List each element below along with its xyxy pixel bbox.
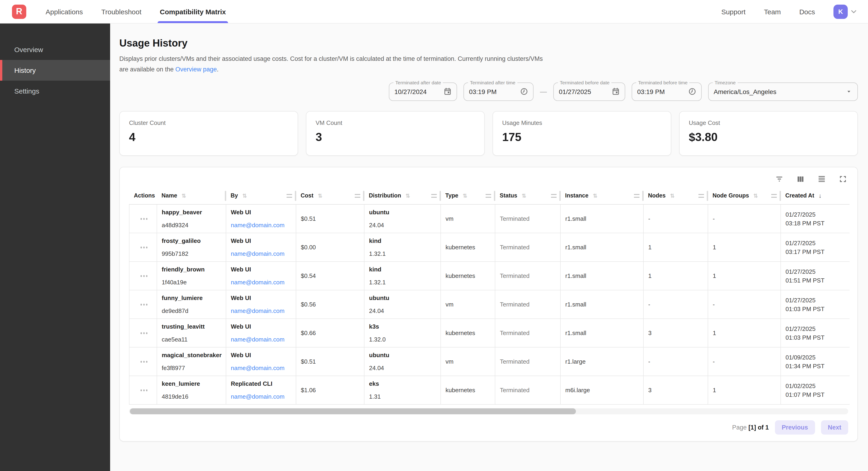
sort-icon[interactable]: ⇅ bbox=[522, 193, 526, 199]
column-drag-handle[interactable] bbox=[634, 194, 639, 198]
field-value[interactable]: 03:19 PM bbox=[469, 88, 517, 95]
timezone-select[interactable]: Timezone America/Los_Angeles bbox=[708, 83, 858, 101]
distribution-version: 24.04 bbox=[369, 221, 438, 230]
node-groups-cell: - bbox=[708, 205, 781, 233]
created-by-source: Replicated CLI bbox=[231, 380, 293, 388]
column-header-created-at[interactable]: Created At ↓ bbox=[781, 187, 849, 205]
replicated-logo[interactable]: R bbox=[12, 4, 26, 19]
team-link[interactable]: Team bbox=[764, 8, 781, 16]
field-label: Terminated before time bbox=[636, 80, 689, 85]
stat-card-usage-minutes: Usage Minutes 175 bbox=[493, 111, 671, 156]
account-menu[interactable]: K bbox=[833, 4, 858, 19]
created-by-email-link[interactable]: name@domain.com bbox=[231, 221, 293, 230]
overview-page-link[interactable]: Overview page bbox=[175, 66, 217, 73]
column-header-cost[interactable]: Cost ⇅ bbox=[296, 187, 364, 205]
created-by-email-link[interactable]: name@domain.com bbox=[231, 364, 293, 373]
cluster-name: frosty_galileo bbox=[162, 237, 223, 245]
column-drag-handle[interactable] bbox=[551, 194, 556, 198]
terminated-after-date-field[interactable]: Terminated after date 10/27/2024 bbox=[389, 83, 457, 101]
column-drag-handle[interactable] bbox=[698, 194, 704, 198]
terminated-before-time-field[interactable]: Terminated before time 03:19 PM bbox=[632, 83, 702, 101]
sort-icon[interactable]: ⇅ bbox=[182, 193, 186, 199]
calendar-icon[interactable] bbox=[612, 88, 620, 96]
sort-desc-icon[interactable]: ↓ bbox=[818, 192, 822, 199]
sort-icon[interactable]: ⇅ bbox=[242, 193, 247, 199]
column-header-nodes[interactable]: Nodes ⇅ bbox=[643, 187, 708, 205]
calendar-icon[interactable] bbox=[444, 88, 452, 96]
created-by-email-link[interactable]: name@domain.com bbox=[231, 249, 293, 258]
row-actions-button[interactable] bbox=[139, 301, 150, 308]
fullscreen-button[interactable] bbox=[838, 175, 847, 183]
created-at-cell: 01/02/202501:07 PM PST bbox=[781, 376, 849, 405]
sort-icon[interactable]: ⇅ bbox=[753, 193, 758, 199]
column-header-by[interactable]: By ⇅ bbox=[226, 187, 296, 205]
created-by-email-link[interactable]: name@domain.com bbox=[231, 278, 293, 287]
row-actions-button[interactable] bbox=[139, 358, 150, 365]
column-header-name[interactable]: Name ⇅ bbox=[157, 187, 226, 205]
sidebar-item-overview[interactable]: Overview bbox=[0, 39, 110, 60]
tab-compatibility-matrix[interactable]: Compatibility Matrix bbox=[160, 0, 226, 23]
created-by-source: Web UI bbox=[231, 237, 293, 245]
stat-card-cluster-count: Cluster Count 4 bbox=[119, 111, 298, 156]
tab-troubleshoot[interactable]: Troubleshoot bbox=[101, 0, 142, 23]
row-actions-button[interactable] bbox=[139, 272, 150, 279]
created-at-cell: 01/27/202501:03 PM PST bbox=[781, 319, 849, 348]
field-value[interactable]: 03:19 PM bbox=[637, 88, 685, 95]
previous-page-button[interactable]: Previous bbox=[775, 420, 815, 435]
row-actions-button[interactable] bbox=[139, 244, 150, 251]
terminated-after-time-field[interactable]: Terminated after time 03:19 PM bbox=[464, 83, 533, 101]
created-at-cell: 01/27/202501:51 PM PST bbox=[781, 262, 849, 290]
column-header-instance[interactable]: Instance ⇅ bbox=[560, 187, 643, 205]
terminated-before-date-field[interactable]: Terminated before date 01/27/2025 bbox=[553, 83, 625, 101]
dropdown-arrow-icon[interactable] bbox=[845, 88, 852, 95]
columns-button[interactable] bbox=[796, 175, 805, 183]
column-drag-handle[interactable] bbox=[485, 194, 491, 198]
created-by-email-link[interactable]: name@domain.com bbox=[231, 335, 293, 344]
horizontal-scrollbar[interactable] bbox=[129, 409, 848, 415]
sort-icon[interactable]: ⇅ bbox=[593, 193, 597, 199]
cluster-name: trusting_leavitt bbox=[162, 322, 223, 331]
cluster-name: keen_lumiere bbox=[162, 380, 223, 388]
docs-link[interactable]: Docs bbox=[799, 8, 815, 16]
clock-icon[interactable] bbox=[688, 88, 696, 96]
density-button[interactable] bbox=[817, 175, 826, 183]
status-cell: Terminated bbox=[495, 290, 560, 319]
tab-applications[interactable]: Applications bbox=[45, 0, 83, 23]
sort-icon[interactable]: ⇅ bbox=[463, 193, 467, 199]
next-page-button[interactable]: Next bbox=[821, 420, 848, 435]
created-by-email-link[interactable]: name@domain.com bbox=[231, 307, 293, 316]
field-value[interactable]: 10/27/2024 bbox=[394, 88, 440, 95]
name-cell: magical_stonebrakerfe3f8977 bbox=[157, 348, 226, 376]
filter-button[interactable] bbox=[775, 175, 784, 183]
column-header-distribution[interactable]: Distribution ⇅ bbox=[364, 187, 441, 205]
field-value[interactable]: America/Los_Angeles bbox=[714, 88, 842, 95]
column-drag-handle[interactable] bbox=[431, 194, 437, 198]
field-value[interactable]: 01/27/2025 bbox=[559, 88, 608, 95]
sort-icon[interactable]: ⇅ bbox=[405, 193, 410, 199]
sidebar-item-history[interactable]: History bbox=[0, 60, 110, 81]
status-cell: Terminated bbox=[495, 262, 560, 290]
row-actions-button[interactable] bbox=[139, 329, 150, 337]
support-link[interactable]: Support bbox=[721, 8, 745, 16]
column-drag-handle[interactable] bbox=[286, 194, 292, 198]
avatar[interactable]: K bbox=[833, 4, 848, 19]
created-date: 01/27/2025 bbox=[785, 239, 846, 247]
sort-icon[interactable]: ⇅ bbox=[670, 193, 675, 199]
cluster-name: funny_lumiere bbox=[162, 294, 223, 302]
distribution-version: 1.31 bbox=[369, 392, 438, 401]
row-actions-button[interactable] bbox=[139, 215, 150, 223]
row-actions-button[interactable] bbox=[139, 387, 150, 394]
sidebar-item-settings[interactable]: Settings bbox=[0, 81, 110, 101]
sort-icon[interactable]: ⇅ bbox=[318, 193, 322, 199]
column-drag-handle[interactable] bbox=[354, 194, 360, 198]
column-header-status[interactable]: Status ⇅ bbox=[495, 187, 560, 205]
created-at-cell: 01/27/202503:17 PM PST bbox=[781, 233, 849, 262]
column-drag-handle[interactable] bbox=[771, 194, 777, 198]
created-by-email-link[interactable]: name@domain.com bbox=[231, 392, 293, 401]
stat-label: Cluster Count bbox=[129, 119, 288, 126]
column-header-node-groups[interactable]: Node Groups ⇅ bbox=[708, 187, 781, 205]
scrollbar-thumb[interactable] bbox=[130, 409, 576, 415]
clock-icon[interactable] bbox=[520, 88, 528, 96]
column-header-type[interactable]: Type ⇅ bbox=[441, 187, 495, 205]
instance-cell: r1.small bbox=[560, 290, 643, 319]
